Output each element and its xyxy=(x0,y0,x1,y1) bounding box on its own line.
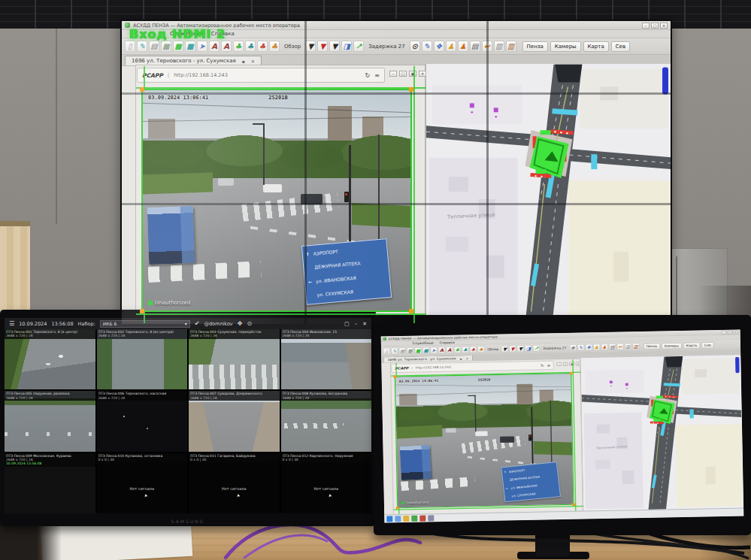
camera-tile[interactable]: ПТЗ Пенза 001 Терновского, 8 (в центр) 2… xyxy=(5,329,95,389)
tab-close-icon[interactable]: ✕ xyxy=(251,59,255,64)
window-control-button[interactable]: ▢ xyxy=(651,23,659,29)
toolbar-icon[interactable]: ♟ xyxy=(458,41,468,52)
toolbar-icon[interactable]: ✎ xyxy=(137,41,147,52)
toolbar-icon[interactable]: A xyxy=(438,347,445,353)
toolbar-icon[interactable]: ▼ xyxy=(501,346,508,353)
pcapp-url[interactable]: http://192.168.14.243 xyxy=(416,364,538,370)
toolbar-icon[interactable]: A xyxy=(221,41,232,52)
vms-window-control[interactable]: ▢ xyxy=(344,321,350,327)
toolbar-icon[interactable]: ▥ xyxy=(494,41,504,52)
subwindow-control-button[interactable]: ▣ xyxy=(409,71,416,77)
window-control-button[interactable]: ✕ xyxy=(733,330,738,334)
nav-button[interactable]: Карта xyxy=(683,342,700,349)
toolbar-icon[interactable]: ↗ xyxy=(533,345,540,352)
camera-tile[interactable]: ПТЗ Пенза 012 Карпинского, Окружная 0 x … xyxy=(281,453,372,513)
toolbar-icon[interactable]: ◨ xyxy=(341,41,352,52)
corner-handle[interactable] xyxy=(140,87,144,92)
window-control-button[interactable]: ▢ xyxy=(728,331,733,334)
nav-button[interactable]: Пенза xyxy=(522,41,548,52)
toolbar-icon[interactable]: ♣ xyxy=(454,347,461,353)
corner-handle[interactable] xyxy=(393,375,396,378)
menu-item[interactable]: Служебные xyxy=(413,341,434,345)
toolbar-icon[interactable]: ⊙ xyxy=(410,41,420,52)
toolbar-icon[interactable]: ↗ xyxy=(353,41,364,52)
toolbar-icon[interactable]: ■ xyxy=(185,41,195,52)
corner-handle[interactable] xyxy=(409,309,413,313)
camera-feed[interactable]: ↑АЭРОПОРТДЕЖУРНАЯ АПТЕКА←ул. ИВАНОВСКАЯу… xyxy=(395,373,574,508)
toolbar-icon[interactable]: ■ xyxy=(422,347,429,354)
toolbar-icon[interactable]: ♟ xyxy=(601,344,607,350)
toolbar-icon[interactable]: ✎ xyxy=(391,348,398,355)
toolbar-icon[interactable]: ▦ xyxy=(161,41,171,52)
toolbar-icon[interactable]: ▼ xyxy=(305,41,316,52)
corner-handle[interactable] xyxy=(570,372,573,375)
refresh-icon[interactable]: ↻ xyxy=(541,363,544,367)
window-control-button[interactable]: – xyxy=(642,23,650,29)
hamburger-icon[interactable]: ≡ xyxy=(547,363,550,367)
toolbar-icon[interactable]: ▼ xyxy=(509,346,516,353)
traffic-map[interactable] xyxy=(426,64,671,323)
toolbar-icon[interactable]: ♣ xyxy=(245,41,256,52)
toolbar-icon[interactable]: A xyxy=(446,347,453,353)
toolbar-icon[interactable]: ♣ xyxy=(462,347,468,353)
map-pane[interactable] xyxy=(425,64,671,323)
toolbar-icon[interactable]: ▼ xyxy=(517,345,524,352)
camera-feed[interactable]: ↑АЭРОПОРТДЕЖУРНАЯ АПТЕКА←ул. ИВАНОВСКАЯу… xyxy=(141,89,412,312)
toolbar-icon[interactable]: ▯ xyxy=(383,348,390,355)
toolbar-icon[interactable]: ♣ xyxy=(470,347,477,353)
toolbar-icon[interactable]: ■ xyxy=(173,41,183,52)
camera-tile[interactable]: ПТЗ Пенза 007 Суворова, Дзержинского 268… xyxy=(189,391,280,451)
toolbar-icon[interactable]: ♣ xyxy=(477,346,484,353)
camera-tile[interactable]: ПТЗ Пенза 003 Сухумская, перекрёсток 268… xyxy=(189,329,280,389)
toolbar-icon[interactable]: ▤ xyxy=(609,344,616,350)
nav-button[interactable]: Пенза xyxy=(643,343,661,350)
toolbar-icon[interactable]: ♟ xyxy=(593,344,600,350)
nav-button[interactable]: Камеры xyxy=(662,343,682,350)
toolbar-icon[interactable]: ❖ xyxy=(434,41,444,52)
toolbar-icon[interactable]: ■ xyxy=(414,347,421,354)
camera-tile[interactable]: ПТЗ Пенза 008 Кулакова, Богданова 2688 x… xyxy=(281,391,372,451)
corner-handle[interactable] xyxy=(409,87,413,92)
camera-tile[interactable]: ПТЗ Пенза 011 Гагарина, Байдукова 0 x 0 … xyxy=(189,453,280,513)
toolbar-icon[interactable]: ♟ xyxy=(446,41,456,52)
camera-tile[interactable]: ПТЗ Пенза 010 Кулакова, остановка 0 x 0 … xyxy=(97,453,188,513)
toolbar-icon[interactable]: ➤ xyxy=(197,41,207,52)
vms-window-control[interactable]: – xyxy=(355,321,358,327)
pan-icon[interactable]: ✥ xyxy=(238,320,243,327)
nav-button[interactable]: Сев xyxy=(611,41,630,52)
window-control-button[interactable]: – xyxy=(722,331,727,334)
toolbar-icon[interactable]: ✎ xyxy=(577,344,584,351)
window-control-button[interactable]: ✕ xyxy=(660,23,668,29)
current-user[interactable]: @domnikov xyxy=(204,321,232,327)
toolbar-icon[interactable]: ✎ xyxy=(422,41,432,52)
camera-tile[interactable]: ПТЗ Пенза 009 Московская, Кураева 2688 x… xyxy=(5,453,95,513)
subwindow-control-button[interactable]: – xyxy=(556,362,562,366)
toolbar-icon[interactable]: ▥ xyxy=(506,41,516,52)
check-icon[interactable]: ✔ xyxy=(195,320,200,327)
toolbar-icon[interactable]: ▼ xyxy=(329,41,340,52)
toolbar-icon[interactable]: A xyxy=(209,41,220,52)
refresh-icon[interactable]: ↻ xyxy=(365,72,371,79)
camera-tile[interactable]: ПТЗ Пенза 002 Терновского, 8 (из центра)… xyxy=(97,329,188,389)
taskbar-icon[interactable] xyxy=(403,516,409,522)
subwindow-control-button[interactable]: ▢ xyxy=(399,71,407,77)
toolbar-icon[interactable]: ◨ xyxy=(525,345,531,352)
toolbar-icon[interactable]: ➤ xyxy=(430,347,437,354)
tab-close-icon[interactable]: ✕ xyxy=(466,357,468,360)
toolbar-icon[interactable]: ▤ xyxy=(149,41,159,52)
corner-handle[interactable] xyxy=(572,503,575,506)
toolbar-icon[interactable]: ▥ xyxy=(632,343,639,350)
nav-button[interactable]: Карта xyxy=(583,41,609,52)
toolbar-icon[interactable]: ↩ xyxy=(616,344,623,350)
camera-tile[interactable]: ПТЗ Пенза 004 Ивановская, 15 2688 x 720 … xyxy=(281,329,372,389)
traffic-map[interactable] xyxy=(580,355,743,511)
taskbar-icon[interactable] xyxy=(395,516,401,522)
pcapp-url[interactable]: http://192.168.14.243 xyxy=(174,72,360,78)
toolbar-icon[interactable]: ♣ xyxy=(269,41,280,52)
corner-handle[interactable] xyxy=(140,309,144,313)
tab-pin-icon[interactable]: ▪ xyxy=(242,59,245,64)
toolbar-icon[interactable]: ♣ xyxy=(257,41,268,52)
taskbar-icon[interactable] xyxy=(428,515,434,521)
hamburger-icon[interactable]: ≡ xyxy=(374,72,380,79)
toolbar-icon[interactable]: ▥ xyxy=(625,344,631,350)
